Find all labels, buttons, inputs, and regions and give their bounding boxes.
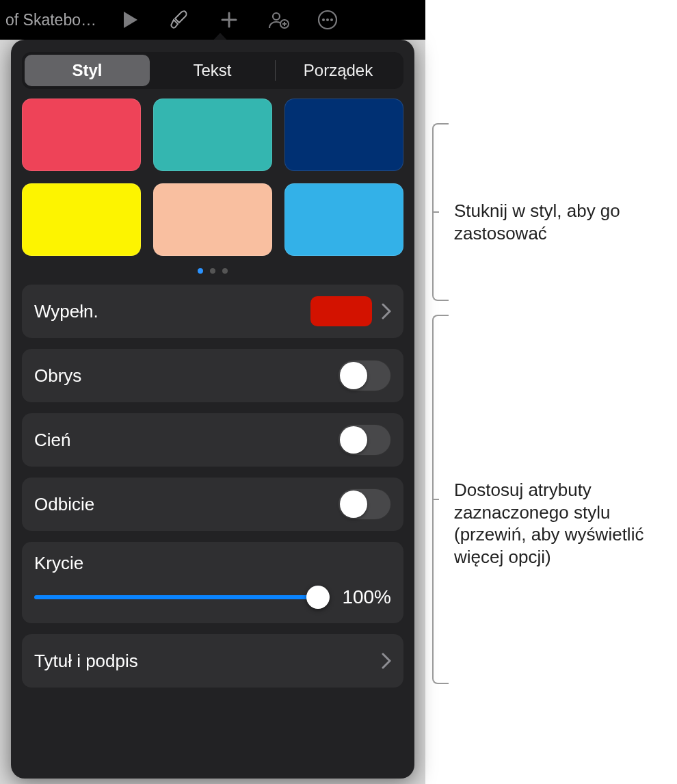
svg-point-3 [322,18,325,21]
chevron-right-icon [382,303,391,319]
title-caption-row[interactable]: Tytuł i podpis [22,634,403,688]
document-title: of Skatebo… [5,11,96,29]
style-swatch[interactable] [22,99,141,171]
format-popover: Styl Tekst Porządek [11,40,414,779]
callout-brace [432,315,449,684]
stroke-row[interactable]: Obrys [22,349,403,402]
shadow-label: Cień [34,430,338,451]
svg-point-0 [273,13,280,20]
style-swatch[interactable] [22,183,141,256]
opacity-row: Krycie 100% [22,542,403,623]
callout-brace [432,123,449,301]
tab-arrange-label: Porządek [304,61,373,80]
tab-style[interactable]: Styl [25,55,150,86]
page-dot [222,268,228,274]
title-caption-label: Tytuł i podpis [34,651,382,672]
page-dot [198,268,203,274]
play-icon[interactable] [116,5,146,35]
callout-styles: Stuknij w styl, aby go zastosować [425,123,644,244]
more-icon[interactable] [313,5,343,35]
slider-thumb[interactable] [306,586,330,609]
style-swatch[interactable] [284,99,403,171]
page-dots[interactable] [22,263,403,279]
style-swatch[interactable] [153,183,272,256]
callout-text: Stuknij w styl, aby go zastosować [425,200,644,244]
shadow-row[interactable]: Cień [22,413,403,467]
tab-style-label: Styl [72,61,102,80]
stroke-toggle[interactable] [338,360,391,391]
fill-row[interactable]: Wypełn. [22,285,403,338]
style-swatch-grid [22,99,403,256]
svg-point-5 [330,18,333,21]
opacity-value: 100% [334,586,391,608]
reflection-label: Odbicie [34,494,338,515]
stroke-label: Obrys [34,365,338,387]
chevron-right-icon [382,653,391,669]
format-brush-icon[interactable] [165,5,195,35]
add-icon[interactable] [214,5,244,35]
callout-attributes: Dostosuj atrybuty zaznaczonego stylu (pr… [425,315,651,568]
style-swatch[interactable] [153,99,272,171]
share-person-icon[interactable] [263,5,293,35]
reflection-row[interactable]: Odbicie [22,478,403,531]
svg-point-4 [326,18,329,21]
reflection-toggle[interactable] [338,488,391,520]
callout-text: Dostosuj atrybuty zaznaczonego stylu (pr… [425,479,651,568]
tab-segmented-control: Styl Tekst Porządek [22,52,403,89]
shadow-toggle[interactable] [338,424,391,456]
page-dot [210,268,215,274]
opacity-slider[interactable] [34,595,320,599]
tab-text[interactable]: Tekst [150,55,275,86]
annotation-column: Stuknij w styl, aby go zastosować Dostos… [425,0,677,784]
opacity-label: Krycie [34,553,391,574]
fill-color-swatch [310,296,372,326]
style-swatch[interactable] [284,183,403,256]
tab-arrange[interactable]: Porządek [276,55,401,86]
tab-text-label: Tekst [193,61,231,80]
fill-label: Wypełn. [34,301,310,322]
